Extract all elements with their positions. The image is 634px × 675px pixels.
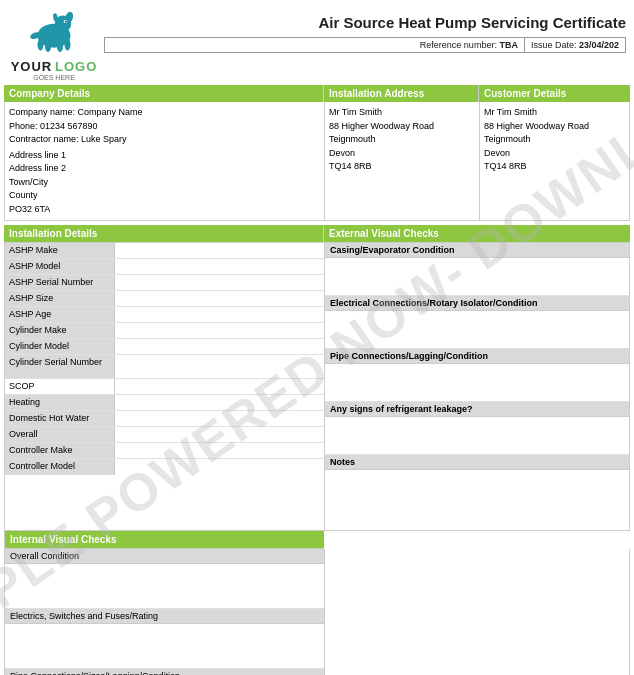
field-ashp-serial: ASHP Serial Number bbox=[5, 275, 324, 291]
field-ashp-size: ASHP Size bbox=[5, 291, 324, 307]
reference-value: TBA bbox=[499, 40, 518, 50]
pipe-connections-label: Pipe Connections/Lagging/Condition bbox=[325, 349, 629, 364]
notes-label: Notes bbox=[325, 455, 629, 470]
ivc-panel: Overall Condition Electrics, Switches an… bbox=[4, 549, 324, 675]
installation-details-panel: ASHP Make ASHP Model ASHP Serial Number … bbox=[4, 242, 324, 531]
company-contractor: Contractor name: Luke Spary bbox=[9, 133, 320, 147]
cert-title: Air Source Heat Pump Servicing Certifica… bbox=[104, 14, 626, 31]
svg-point-7 bbox=[65, 39, 71, 51]
mid-section: ASHP Make ASHP Model ASHP Serial Number … bbox=[4, 242, 630, 531]
field-cylinder-serial: Cylinder Serial Number bbox=[5, 355, 324, 379]
ivc-header: Internal Visual Checks bbox=[4, 531, 324, 549]
page: SAMPLE POWERED NOW- DOWNLOAD YOUR LO bbox=[0, 0, 634, 675]
refrigerant-value bbox=[325, 417, 629, 455]
mid-section-headers: Installation Details External Visual Che… bbox=[4, 225, 630, 242]
company-data: Company name: Company Name Phone: 01234 … bbox=[5, 102, 325, 220]
pipe-connections-value bbox=[325, 364, 629, 402]
logo-icon bbox=[24, 4, 84, 59]
customer-data: Mr Tim Smith 88 Higher Woodway Road Teig… bbox=[480, 102, 629, 220]
reference-cell: Reference number: TBA bbox=[414, 38, 525, 52]
install-details-header: Installation Details bbox=[4, 225, 324, 242]
top-section-headers: Company Details Installation Address Cus… bbox=[4, 85, 630, 102]
ivc-overall: Overall Condition bbox=[5, 549, 324, 609]
logo-goes: GOES HERE bbox=[33, 74, 75, 81]
issue-value: 23/04/202 bbox=[579, 40, 619, 50]
customer-header: Customer Details bbox=[479, 85, 630, 102]
ivc-overall-value bbox=[5, 564, 324, 609]
field-ashp-age: ASHP Age bbox=[5, 307, 324, 323]
field-heating: Heating bbox=[5, 395, 324, 411]
company-phone: Phone: 01234 567890 bbox=[9, 120, 320, 134]
install-address-header: Installation Address bbox=[324, 85, 479, 102]
issue-cell: Issue Date: 23/04/202 bbox=[525, 38, 625, 52]
ref-issue-bar: Reference number: TBA Issue Date: 23/04/… bbox=[104, 37, 626, 53]
electrical-label: Electrical Connections/Rotary Isolator/C… bbox=[325, 296, 629, 311]
field-controller-model: Controller Model bbox=[5, 459, 324, 475]
company-header: Company Details bbox=[4, 85, 324, 102]
ext-visual-header: External Visual Checks bbox=[324, 225, 630, 242]
company-address: Address line 1 Address line 2 Town/City … bbox=[9, 149, 320, 217]
field-scop: SCOP bbox=[5, 379, 324, 395]
svg-point-4 bbox=[38, 39, 44, 51]
ivc-electrics-value bbox=[5, 624, 324, 669]
field-ashp-make: ASHP Make bbox=[5, 243, 324, 259]
logo-area: YOUR LOGO GOES HERE bbox=[4, 4, 104, 81]
field-ashp-model: ASHP Model bbox=[5, 259, 324, 275]
svg-point-6 bbox=[57, 40, 63, 52]
field-controller-make: Controller Make bbox=[5, 443, 324, 459]
field-overall: Overall bbox=[5, 427, 324, 443]
bot-right-panel bbox=[324, 549, 630, 675]
field-cylinder-model: Cylinder Model bbox=[5, 339, 324, 355]
ivc-pipe: Pipe Connections/Sizes/Lagging/Condition bbox=[5, 669, 324, 675]
field-cylinder-make: Cylinder Make bbox=[5, 323, 324, 339]
top-data-row: Company name: Company Name Phone: 01234 … bbox=[4, 102, 630, 221]
title-area: Air Source Heat Pump Servicing Certifica… bbox=[104, 4, 630, 53]
install-address-data: Mr Tim Smith 88 Higher Woodway Road Teig… bbox=[325, 102, 480, 220]
logo-your: YOUR LOGO bbox=[11, 59, 98, 74]
casing-label: Casing/Evaporator Condition bbox=[325, 243, 629, 258]
svg-point-5 bbox=[45, 40, 51, 52]
company-name: Company name: Company Name bbox=[9, 106, 320, 120]
casing-value bbox=[325, 258, 629, 296]
electrical-value bbox=[325, 311, 629, 349]
field-dhw: Domestic Hot Water bbox=[5, 411, 324, 427]
svg-point-10 bbox=[65, 21, 67, 23]
notes-value bbox=[325, 470, 629, 530]
refrigerant-label: Any signs of refrigerant leakage? bbox=[325, 402, 629, 417]
external-visual-panel: Casing/Evaporator Condition Electrical C… bbox=[324, 242, 630, 531]
header: YOUR LOGO GOES HERE Air Source Heat Pump… bbox=[4, 4, 630, 81]
ivc-electrics: Electrics, Switches and Fuses/Rating bbox=[5, 609, 324, 669]
bottom-section: Overall Condition Electrics, Switches an… bbox=[4, 549, 630, 675]
